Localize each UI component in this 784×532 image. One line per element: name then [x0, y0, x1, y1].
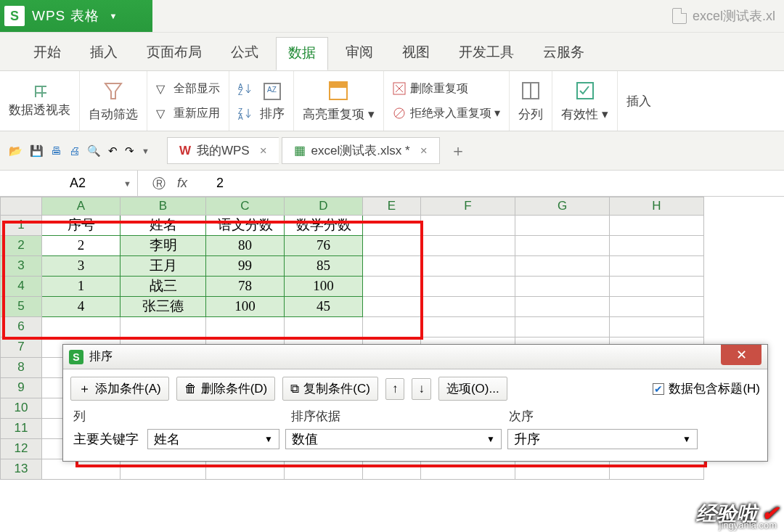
cell[interactable] [421, 277, 515, 297]
insert-fn-button[interactable]: 插入 [618, 71, 660, 131]
cell[interactable] [421, 256, 515, 277]
tab-current-doc[interactable]: ▦ excel测试表.xlsx * × [282, 137, 440, 164]
sort-asc-button[interactable]: AZ [238, 78, 253, 99]
tab-devtools[interactable]: 开发工具 [447, 37, 526, 70]
field-combo[interactable]: 姓名▼ [147, 429, 279, 449]
cell[interactable] [515, 297, 610, 317]
chevron-down-icon[interactable]: ▼ [123, 179, 131, 188]
col-header-C[interactable]: C [206, 197, 285, 216]
tab-my-wps[interactable]: W 我的WPS × [167, 137, 279, 164]
tab-review[interactable]: 审阅 [334, 37, 385, 70]
save-icon[interactable]: 💾 [30, 144, 44, 157]
undo-icon[interactable]: ↶ [108, 144, 118, 157]
col-header-G[interactable]: G [515, 197, 610, 216]
primary-key-label: 主要关键字 [73, 430, 142, 448]
print-preview-icon[interactable]: 🖨 [69, 144, 80, 157]
svg-rect-11 [330, 82, 347, 88]
pivot-button[interactable]: 数据透视表 [0, 71, 80, 131]
cell[interactable] [610, 236, 704, 256]
split-button[interactable]: 分列 [510, 71, 552, 131]
delete-condition-label: 删除条件(D) [201, 380, 268, 397]
new-tab-button[interactable]: ＋ [450, 140, 466, 162]
row-header[interactable]: 10 [0, 398, 42, 419]
dialog-titlebar[interactable]: S 排序 ✕ [63, 345, 767, 369]
dialog-close-button[interactable]: ✕ [721, 345, 761, 365]
cell[interactable] [421, 297, 515, 317]
redo-icon[interactable]: ↷ [125, 144, 134, 157]
validity-button[interactable]: 有效性 ▾ [552, 71, 618, 131]
cell[interactable] [610, 297, 704, 317]
tab-cloud[interactable]: 云服务 [531, 37, 596, 70]
add-condition-button[interactable]: ＋添加条件(A) [70, 377, 169, 401]
row-header[interactable]: 13 [0, 459, 42, 480]
basis-combo[interactable]: 数值▼ [285, 429, 502, 449]
highlight-dup-label: 高亮重复项 ▾ [303, 106, 375, 123]
window-doc-name: excel测试表.xl [672, 7, 775, 25]
tab-page-layout[interactable]: 页面布局 [135, 37, 213, 70]
preview-icon[interactable]: 🔍 [87, 144, 101, 157]
cell[interactable] [515, 317, 610, 337]
qat-dropdown-icon[interactable]: ▼ [142, 147, 150, 155]
fx-icon[interactable]: fx [177, 176, 187, 191]
reapply-label: 重新应用 [173, 106, 220, 121]
tab-insert[interactable]: 插入 [78, 37, 129, 70]
name-box[interactable]: A2 ▼ [0, 171, 138, 196]
tab-my-wps-label: 我的WPS [197, 142, 250, 159]
row-header[interactable]: 11 [0, 419, 42, 439]
cell[interactable] [515, 256, 610, 277]
tab-close-icon[interactable]: × [260, 144, 267, 158]
cell[interactable] [610, 216, 704, 236]
col-header-E[interactable]: E [363, 197, 421, 216]
order-combo[interactable]: 升序▼ [507, 429, 698, 449]
move-up-button[interactable]: ↑ [385, 378, 405, 400]
wps-small-icon: S [69, 350, 83, 364]
show-all-button[interactable]: ▽全部显示 [156, 78, 220, 99]
chevron-down-icon: ▼ [682, 434, 691, 444]
delete-condition-button[interactable]: 🗑删除条件(D) [176, 377, 276, 401]
auto-filter-button[interactable]: 自动筛选 [80, 71, 147, 131]
tab-formula[interactable]: 公式 [219, 37, 270, 70]
cell[interactable] [421, 317, 515, 337]
cell[interactable] [515, 236, 610, 256]
col-header-B[interactable]: B [121, 197, 206, 216]
cell[interactable] [515, 216, 610, 236]
reapply-button[interactable]: ▽重新应用 [156, 103, 220, 123]
col-header-F[interactable]: F [421, 197, 515, 216]
r-icon[interactable]: Ⓡ [152, 175, 166, 192]
app-menu-dropdown-icon[interactable]: ▼ [110, 12, 118, 20]
sort-desc-button[interactable]: ZA [238, 103, 253, 123]
col-header-D[interactable]: D [285, 197, 363, 216]
delete-dup-button[interactable]: 删除重复项 [393, 78, 500, 99]
row-header[interactable]: 8 [0, 358, 42, 378]
quick-access-toolbar: 📂 💾 🖶 🖨 🔍 ↶ ↷ ▼ W 我的WPS × ▦ excel测试表.xls… [0, 131, 784, 171]
copy-condition-button[interactable]: ⧉复制条件(C) [282, 377, 378, 401]
options-button[interactable]: 选项(O)... [438, 377, 507, 401]
insert-label: 插入 [626, 93, 651, 110]
has-header-checkbox[interactable]: ✔数据包含标题(H) [653, 380, 760, 397]
tab-data[interactable]: 数据 [276, 37, 328, 70]
print-icon[interactable]: 🖶 [51, 144, 62, 157]
highlight-dup-button[interactable]: 高亮重复项 ▾ [294, 71, 384, 131]
reject-dup-button[interactable]: 拒绝录入重复项 ▾ [393, 103, 500, 123]
move-down-button[interactable]: ↓ [412, 378, 431, 400]
sort-group: AZ ZA AZ 排序 [229, 71, 294, 131]
cell[interactable] [421, 236, 515, 256]
tab-start[interactable]: 开始 [22, 37, 73, 70]
row-header[interactable]: 7 [0, 337, 42, 358]
tab-close-icon[interactable]: × [420, 144, 428, 158]
cell[interactable] [610, 317, 704, 337]
tab-view[interactable]: 视图 [391, 37, 441, 70]
cell[interactable] [421, 216, 515, 236]
cell[interactable] [515, 277, 610, 297]
trash-icon: 🗑 [184, 382, 197, 396]
cell[interactable] [610, 256, 704, 277]
open-icon[interactable]: 📂 [9, 144, 23, 157]
select-all-corner[interactable] [0, 197, 42, 216]
col-header-A[interactable]: A [42, 197, 121, 216]
cell[interactable] [610, 277, 704, 297]
formula-value[interactable]: 2 [216, 176, 224, 191]
col-header-H[interactable]: H [610, 197, 704, 216]
row-header[interactable]: 12 [0, 439, 42, 459]
sort-button[interactable]: AZ 排序 [260, 81, 285, 122]
row-header[interactable]: 9 [0, 378, 42, 398]
